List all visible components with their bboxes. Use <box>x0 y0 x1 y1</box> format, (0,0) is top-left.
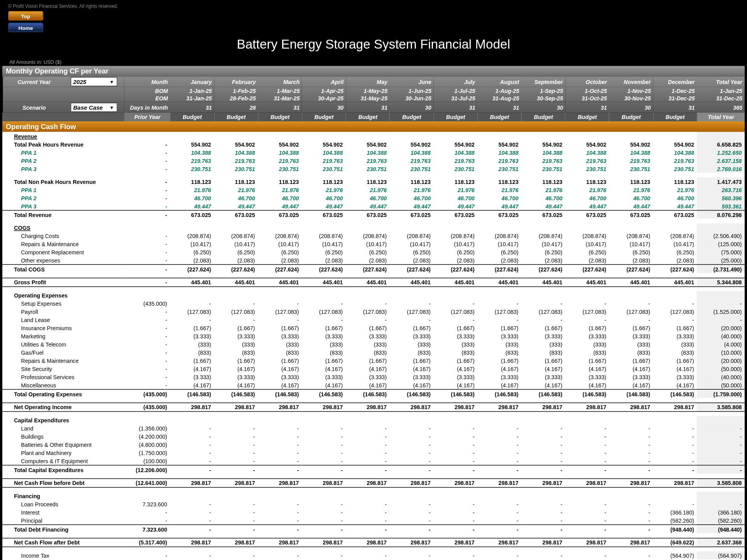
row-label: Professional Services <box>2 373 124 381</box>
row-label: Net Cash Flow before Debt <box>2 478 124 487</box>
row-label: PPA 3 <box>2 202 124 210</box>
row-label: PPA 2 <box>2 156 124 164</box>
row-label: Revenue <box>2 132 124 140</box>
row-label: Net Cash Flow after Debt <box>2 538 124 547</box>
app-frame: © Profit Vision Financial Services. All … <box>0 0 747 560</box>
row-label: Total COGS <box>2 264 124 273</box>
row-label: Batteries & Other Equipment <box>2 441 124 449</box>
section-title: Monthly Operating CF per Year <box>2 66 745 77</box>
row-label: Marketing <box>2 332 124 340</box>
row-label: Total Debt Financing <box>2 525 124 533</box>
row-label: Total Revenue <box>2 210 124 219</box>
row-label: Setup Expenses <box>2 299 124 308</box>
row-label: Net Operating Income <box>2 402 124 411</box>
row-label: Repairs & Maintenance <box>2 357 124 365</box>
row-label: Loan Proceeds <box>2 500 124 508</box>
row-label: Utilities & Telecom <box>2 340 124 348</box>
row-label: COGS <box>2 224 124 232</box>
current-year-select[interactable]: 2025▼ <box>70 77 117 86</box>
row-label: Insurance Premiums <box>2 324 124 332</box>
row-label: Computers & IT Equipment <box>2 457 124 466</box>
row-label: Gas/Fuel <box>2 348 124 357</box>
row-label: Buildings <box>2 432 124 441</box>
row-label: Charging Costs <box>2 232 124 240</box>
header-table: Current Year2025▼MonthJanuaryFebruaryMar… <box>2 77 745 122</box>
row-label: Interest <box>2 508 124 516</box>
copyright-text: © Profit Vision Financial Services. All … <box>2 2 745 10</box>
row-label: Financing <box>2 492 124 500</box>
row-label: Component Replacement <box>2 248 124 256</box>
row-label: Land <box>2 424 124 432</box>
row-label: PPA 1 <box>2 148 124 156</box>
row-label: Land Lease <box>2 316 124 324</box>
row-label: PPA 2 <box>2 194 124 202</box>
ocf-title: Operating Cash Flow <box>2 121 745 132</box>
row-label: Total Peak Hours Revenue <box>2 140 124 148</box>
row-label: PPA 1 <box>2 186 124 194</box>
row-label: Plant and Machinery <box>2 449 124 457</box>
row-label: Principal <box>2 516 124 525</box>
page-title: Battery Energy Storage System Financial … <box>2 33 745 58</box>
row-label: Other expenses <box>2 256 124 265</box>
row-label: Gross Profit <box>2 278 124 287</box>
data-table: RevenueTotal Peak Hours Revenue-554.9025… <box>2 132 745 560</box>
row-label: Operating Expenses <box>2 291 124 299</box>
row-label: Total Capital Expenditures <box>2 465 124 474</box>
amounts-note: All Amounts in: USD ($) <box>2 58 745 66</box>
row-label: Site Security <box>2 365 124 373</box>
row-label: Miscellaneous <box>2 381 124 390</box>
row-label: PPA 3 <box>2 164 124 173</box>
row-label: Income Tax <box>2 551 124 560</box>
scenario-select[interactable]: Base Case▼ <box>70 103 117 112</box>
top-button[interactable]: Top <box>8 11 43 21</box>
row-label: Payroll <box>2 308 124 316</box>
row-label: Capital Expenditures <box>2 416 124 424</box>
row-label: Total Non Peak Hours Revenue <box>2 177 124 186</box>
home-button[interactable]: Home <box>8 23 43 32</box>
row-label: Total Operating Expenses <box>2 389 124 398</box>
row-label: Repairs & Maintenance <box>2 240 124 248</box>
